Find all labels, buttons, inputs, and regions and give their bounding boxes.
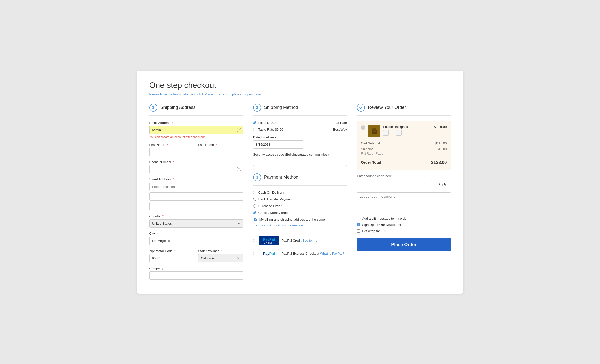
shipping-label-table[interactable]: Table Rate $5.00 [258, 128, 283, 131]
qty-increase-btn[interactable]: + [396, 130, 402, 136]
state-select[interactable]: California [198, 254, 243, 262]
payment-method-section: 3 Payment Method Cash On Delivery Bank T… [253, 173, 347, 258]
payment-radio-po[interactable] [253, 204, 256, 208]
first-name-input[interactable] [149, 148, 194, 156]
country-select[interactable]: United States [149, 219, 243, 228]
payment-radio-paypal-credit[interactable] [253, 239, 256, 242]
city-field-group: City * [149, 232, 243, 245]
street-input-1[interactable] [149, 183, 243, 191]
phone-help-icon[interactable]: ? [237, 167, 241, 171]
payment-label-cod[interactable]: Cash On Delivery [258, 191, 284, 194]
state-field-group: State/Province * California [198, 249, 243, 262]
apply-button[interactable]: Apply [434, 180, 451, 188]
place-order-button[interactable]: Place Order [357, 238, 451, 251]
comment-textarea[interactable] [357, 192, 451, 212]
cart-subtotal-row: Cart Subtotal $118.00 [361, 140, 447, 146]
phone-wrapper: ? [149, 165, 243, 173]
create-account-note: You can create an account after checkout… [149, 135, 243, 139]
newsletter-row: Sign Up for Our Newsletter [357, 223, 451, 227]
product-remove-btn[interactable]: ✕ [361, 125, 365, 130]
payment-label-po[interactable]: Purchase Order [258, 204, 282, 208]
product-image [368, 125, 380, 137]
shipping-rate-table: Best Way [333, 128, 347, 131]
gift-message-label[interactable]: Add a gift message to my order [362, 217, 408, 220]
city-input[interactable] [149, 237, 243, 245]
gift-wrap-row: Gift wrap $20.00 [357, 229, 451, 233]
paypal-credit-text: CREDIT [264, 241, 274, 244]
order-total-row: Order Total $128.00 [361, 158, 447, 166]
cart-subtotal-label: Cart Subtotal [361, 141, 380, 145]
zip-field-group: Zip/Postal Code * [149, 249, 194, 262]
paypal-express-logo: PayPal [259, 249, 279, 258]
security-label: Security access code (Buildings/gated co… [253, 153, 347, 156]
first-name-label: First Name * [149, 143, 194, 147]
street-input-2[interactable] [149, 192, 243, 201]
company-input[interactable] [149, 271, 243, 280]
payment-radio-cod[interactable] [253, 191, 256, 194]
payment-label-check[interactable]: Check / Money order [258, 211, 289, 215]
payment-radio-check[interactable] [253, 211, 256, 214]
terms-link[interactable]: Terms and Conditions Information [253, 223, 347, 227]
section-title-payment: Payment Method [264, 175, 298, 180]
shipping-radio-table[interactable] [253, 128, 256, 131]
shipping-option-fixed: Fixed $10.00 Flat Rate [253, 121, 347, 125]
gift-message-checkbox[interactable] [357, 217, 360, 220]
zip-input[interactable] [149, 254, 194, 262]
gift-wrap-checkbox[interactable] [357, 229, 360, 233]
shipping-option-table: Table Rate $5.00 Best Way [253, 128, 347, 131]
gift-wrap-label[interactable]: Gift wrap $20.00 [362, 229, 386, 233]
email-input[interactable] [149, 126, 243, 134]
email-field-group: Email Address * ? You can create an acco… [149, 121, 243, 139]
security-input[interactable] [253, 158, 347, 166]
billing-same-row: My billing and shipping address are the … [253, 218, 347, 221]
section-number-3: 3 [253, 173, 261, 181]
payment-radio-bank[interactable] [253, 198, 256, 201]
section-number-check [357, 104, 365, 112]
paypal-credit-p: PayPal [263, 237, 275, 241]
shipping-method-label: Flat Rate - Fixed [361, 152, 383, 155]
paypal-logo-text: PayPal [263, 252, 275, 256]
delivery-input[interactable] [253, 140, 303, 149]
paypal-section: PayPal CREDIT PayPal Credit See terms Pa… [253, 232, 347, 258]
first-name-field-group: First Name * [149, 143, 194, 156]
section-header-review: Review Your Order [357, 104, 451, 116]
phone-label: Phone Number * [149, 160, 243, 164]
newsletter-label[interactable]: Sign Up for Our Newsletter [362, 223, 401, 227]
phone-input[interactable] [149, 165, 243, 173]
shipping-label-fixed[interactable]: Fixed $10.00 [258, 121, 277, 125]
zip-label: Zip/Postal Code * [149, 249, 194, 253]
shipping-radio-fixed[interactable] [253, 121, 256, 124]
section-number-2: 2 [253, 104, 261, 112]
coupon-row: Apply [357, 180, 451, 188]
order-total-label: Order Total [361, 160, 381, 165]
product-name: Fusion Backpack [383, 125, 431, 129]
payment-radio-paypal-express[interactable] [253, 252, 256, 255]
gift-message-row: Add a gift message to my order [357, 217, 451, 220]
country-label: Country * [149, 214, 243, 218]
section-header-shipping: 1 Shipping Address [149, 104, 243, 116]
delivery-label: Date to delivery: [253, 135, 347, 139]
last-name-field-group: Last Name * [198, 143, 243, 156]
payment-label-bank[interactable]: Bank Transfer Payment [258, 197, 293, 201]
billing-same-label[interactable]: My billing and shipping address are the … [259, 218, 325, 221]
email-help-icon[interactable]: ? [237, 128, 241, 132]
company-label: Company [149, 266, 243, 270]
email-label: Email Address * [149, 121, 243, 125]
section-header-shipping-method: 2 Shipping Method [253, 104, 347, 116]
last-name-input[interactable] [198, 148, 243, 156]
qty-decrease-btn[interactable]: - [383, 130, 389, 136]
billing-same-checkbox[interactable] [254, 218, 257, 221]
paypal-express-what-link[interactable]: What is PayPal? [320, 252, 344, 255]
gift-wrap-price: $20.00 [376, 229, 386, 233]
coupon-input[interactable] [357, 180, 432, 188]
paypal-credit-label: PayPal Credit See terms [282, 239, 317, 242]
paypal-credit-logo: PayPal CREDIT [259, 236, 279, 245]
paypal-credit-terms-link[interactable]: See terms [302, 239, 317, 242]
company-field-group: Company [149, 266, 243, 280]
section-title-review: Review Your Order [368, 105, 406, 110]
newsletter-checkbox[interactable] [357, 223, 360, 226]
order-totals: Cart Subtotal $118.00 Shipping $10.00 Fl… [361, 140, 447, 166]
phone-field-group: Phone Number * ? [149, 160, 243, 173]
section-header-payment: 3 Payment Method [253, 173, 347, 186]
street-input-3[interactable] [149, 202, 243, 210]
